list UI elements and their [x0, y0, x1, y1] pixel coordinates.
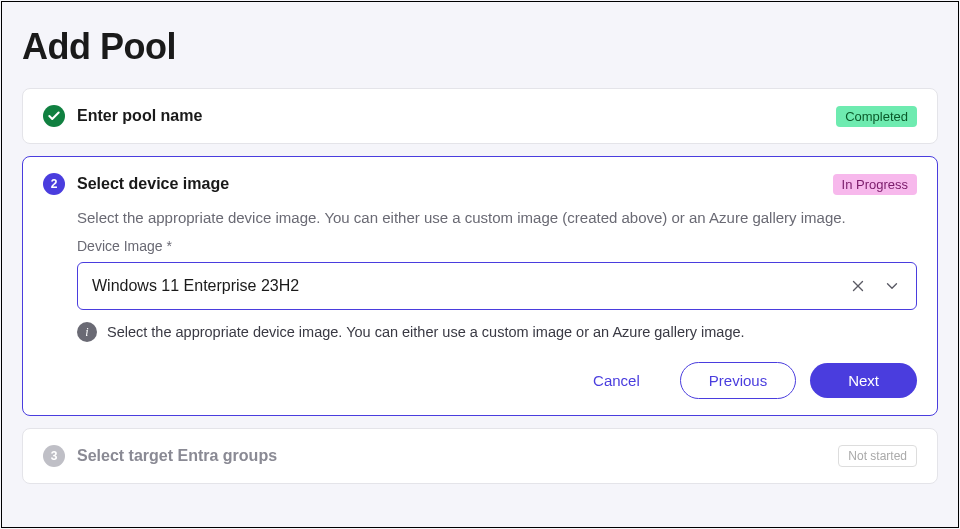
cancel-button[interactable]: Cancel [567, 363, 666, 398]
step-number-icon: 3 [43, 445, 65, 467]
step2-body: Select the appropriate device image. You… [43, 195, 917, 399]
step-select-target-entra-groups: 3 Select target Entra groups Not started [22, 428, 938, 484]
step-number-icon: 2 [43, 173, 65, 195]
step2-actions: Cancel Previous Next [77, 362, 917, 399]
step3-header: 3 Select target Entra groups Not started [43, 445, 917, 467]
step1-header: Enter pool name Completed [43, 105, 917, 127]
check-icon [43, 105, 65, 127]
status-badge-completed: Completed [836, 106, 917, 127]
clear-icon[interactable] [848, 276, 868, 296]
step-enter-pool-name[interactable]: Enter pool name Completed [22, 88, 938, 144]
step-select-device-image: 2 Select device image In Progress Select… [22, 156, 938, 416]
step2-title: Select device image [77, 175, 229, 193]
hint-text: Select the appropriate device image. You… [107, 324, 745, 340]
status-badge-not-started: Not started [838, 445, 917, 467]
device-image-value: Windows 11 Enterprise 23H2 [92, 277, 848, 295]
chevron-down-icon[interactable] [882, 276, 902, 296]
device-image-combobox[interactable]: Windows 11 Enterprise 23H2 [77, 262, 917, 310]
device-image-label: Device Image * [77, 238, 917, 254]
step2-description: Select the appropriate device image. You… [77, 209, 917, 226]
previous-button[interactable]: Previous [680, 362, 796, 399]
hint-row: i Select the appropriate device image. Y… [77, 322, 917, 342]
status-badge-in-progress: In Progress [833, 174, 917, 195]
info-icon: i [77, 322, 97, 342]
step2-header: 2 Select device image In Progress [43, 173, 917, 195]
add-pool-wizard: Add Pool Enter pool name Completed 2 Sel… [1, 1, 959, 528]
step3-title: Select target Entra groups [77, 447, 277, 465]
page-title: Add Pool [22, 2, 938, 88]
next-button[interactable]: Next [810, 363, 917, 398]
step1-title: Enter pool name [77, 107, 202, 125]
